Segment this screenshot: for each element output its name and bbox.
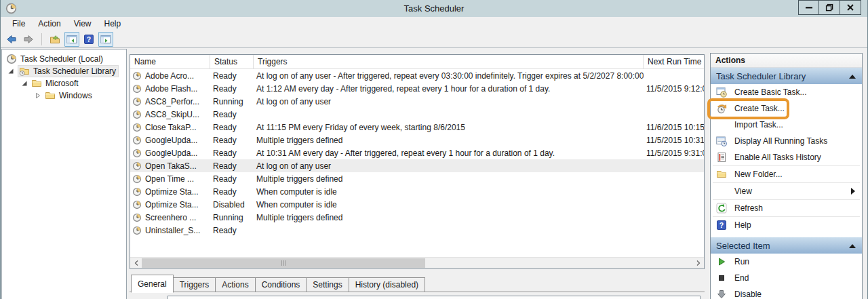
section-task-scheduler-library[interactable]: Task Scheduler Library xyxy=(711,68,862,84)
menu-action[interactable]: Action xyxy=(32,18,67,30)
thumb-grip xyxy=(283,260,284,266)
tree-item-root[interactable]: Task Scheduler (Local) xyxy=(6,53,103,65)
forward-button[interactable] xyxy=(21,32,36,47)
action-end[interactable]: End xyxy=(711,270,862,286)
column-header-triggers[interactable]: Triggers xyxy=(254,55,644,68)
tree-item-microsoft[interactable]: Microsoft xyxy=(21,77,79,89)
task-rows: Adobe Acro...ReadyAt log on of any user … xyxy=(130,69,704,237)
scroll-right-button[interactable] xyxy=(692,258,704,268)
task-row[interactable]: Optimize Sta...DisabledWhen computer is … xyxy=(130,198,704,211)
task-row[interactable]: ASC8_Perfor...RunningAt log on of any us… xyxy=(130,95,704,108)
refresh-icon xyxy=(716,203,727,214)
task-status: Ready xyxy=(210,71,254,81)
action-refresh[interactable]: Refresh xyxy=(711,200,862,216)
task-row[interactable]: Adobe Acro...ReadyAt log on of any user … xyxy=(130,69,704,82)
task-triggers: At log on of any user - After triggered,… xyxy=(254,71,644,81)
restore-button[interactable] xyxy=(819,0,840,15)
task-row[interactable]: GoogleUpda...ReadyMultiple triggers defi… xyxy=(130,134,704,146)
task-clock-icon xyxy=(132,136,142,145)
back-icon xyxy=(6,34,17,45)
minimize-button[interactable] xyxy=(798,0,819,15)
tab-settings[interactable]: Settings xyxy=(307,277,349,292)
menu-help[interactable]: Help xyxy=(98,18,128,30)
blank-icon xyxy=(716,119,727,130)
task-row[interactable]: GoogleUpda...ReadyAt 10:31 AM every day … xyxy=(130,146,704,159)
action-import-task[interactable]: Import Task... xyxy=(711,117,862,133)
scroll-left-button[interactable] xyxy=(130,258,142,268)
tasks-history-icon xyxy=(716,152,727,163)
task-row[interactable]: Open Time ...ReadyMultiple triggers defi… xyxy=(130,172,704,185)
actions-panel-title: Actions xyxy=(711,54,862,68)
toggle-action-pane-button[interactable] xyxy=(98,32,113,47)
tab-history[interactable]: History (disabled) xyxy=(349,277,425,292)
task-triggers: At log on of any user xyxy=(254,97,644,106)
column-header-status[interactable]: Status xyxy=(210,55,254,68)
task-clock-icon xyxy=(132,71,142,81)
menu-view[interactable]: View xyxy=(68,18,98,30)
task-name: GoogleUpda... xyxy=(145,136,197,145)
action-create-basic-task[interactable]: Create Basic Task... xyxy=(711,84,862,100)
action-display-all-running-tasks[interactable]: Display All Running Tasks xyxy=(711,133,862,149)
task-name-cell: Adobe Flash... xyxy=(130,84,210,94)
caret-expanded-icon xyxy=(7,68,14,75)
task-triggers: Multiple triggers defined xyxy=(254,174,644,184)
task-name-cell: Close TakaP... xyxy=(130,123,210,132)
action-label: New Folder... xyxy=(734,170,783,179)
task-status: Ready xyxy=(210,84,254,94)
task-name-cell: GoogleUpda... xyxy=(130,148,210,158)
toggle-console-tree-button[interactable] xyxy=(64,32,79,47)
task-list-header: Name Status Triggers Next Run Time xyxy=(130,55,704,69)
action-create-task[interactable]: Create Task... xyxy=(711,100,862,117)
close-button[interactable] xyxy=(840,0,861,15)
folder-icon xyxy=(45,90,56,101)
selected-item-section-header: Selected Item xyxy=(716,241,770,251)
display-running-tasks-icon xyxy=(716,136,727,146)
library-section-header: Task Scheduler Library xyxy=(716,71,806,81)
collapse-arrow-icon[interactable] xyxy=(849,244,856,248)
task-clock-icon xyxy=(132,200,142,210)
action-new-folder[interactable]: New Folder... xyxy=(711,166,862,182)
tab-conditions[interactable]: Conditions xyxy=(256,277,307,292)
action-enable-all-tasks-history[interactable]: Enable All Tasks History xyxy=(711,149,862,165)
action-run[interactable]: Run xyxy=(711,254,862,270)
action-disable[interactable]: Disable xyxy=(711,286,862,299)
menu-file[interactable]: File xyxy=(6,18,32,30)
task-row[interactable]: Screenhero ...RunningMultiple triggers d… xyxy=(130,211,704,224)
task-row[interactable]: Uninstaller_S...Ready xyxy=(130,224,704,237)
tab-actions[interactable]: Actions xyxy=(216,277,255,292)
action-label: Disable xyxy=(734,290,762,299)
tree-item-windows[interactable]: Windows xyxy=(35,89,92,102)
action-help[interactable]: ? Help xyxy=(711,217,862,233)
run-icon xyxy=(716,256,727,267)
tab-general[interactable]: General xyxy=(131,275,174,293)
tree-item-library[interactable]: Task Scheduler Library xyxy=(7,65,119,77)
toolbar-help-icon: ? xyxy=(83,34,94,45)
section-selected-item[interactable]: Selected Item xyxy=(711,237,862,254)
collapse-arrow-icon[interactable] xyxy=(849,75,856,79)
task-status: Ready xyxy=(210,161,254,171)
column-header-next-run-time[interactable]: Next Run Time xyxy=(644,55,704,68)
action-label: Display All Running Tasks xyxy=(734,136,827,146)
back-button[interactable] xyxy=(4,32,19,47)
action-view[interactable]: View xyxy=(711,183,862,199)
task-row[interactable]: ASC8_SkipU...Ready xyxy=(130,108,704,121)
task-row[interactable]: Open TakaS...ReadyAt log on of any user xyxy=(130,159,704,172)
export-task-button[interactable] xyxy=(47,32,62,47)
task-status: Ready xyxy=(210,110,254,119)
task-triggers: Multiple triggers defined xyxy=(254,136,644,145)
task-row[interactable]: Optimize Sta...ReadyWhen computer is idl… xyxy=(130,185,704,198)
task-row[interactable]: Close TakaP...ReadyAt 11:15 PM every Fri… xyxy=(130,121,704,134)
task-clock-icon xyxy=(132,174,142,184)
task-next-run-time: 11/6/2015 10:15: xyxy=(644,123,704,132)
toolbar-help-button[interactable]: ? xyxy=(81,32,96,47)
task-clock-icon xyxy=(132,97,142,106)
task-name-cell: GoogleUpda... xyxy=(130,136,210,145)
task-row[interactable]: Adobe Flash...ReadyAt 1:12 AM every day … xyxy=(130,82,704,95)
scrollbar-thumb[interactable] xyxy=(142,258,425,268)
tab-triggers[interactable]: Triggers xyxy=(174,277,216,292)
column-header-name[interactable]: Name xyxy=(130,55,210,68)
help-icon: ? xyxy=(716,220,727,231)
task-next-run-time: 11/5/2015 9:12:0 xyxy=(644,84,704,94)
action-label: Create Task... xyxy=(734,104,785,113)
blank-icon xyxy=(716,186,727,197)
